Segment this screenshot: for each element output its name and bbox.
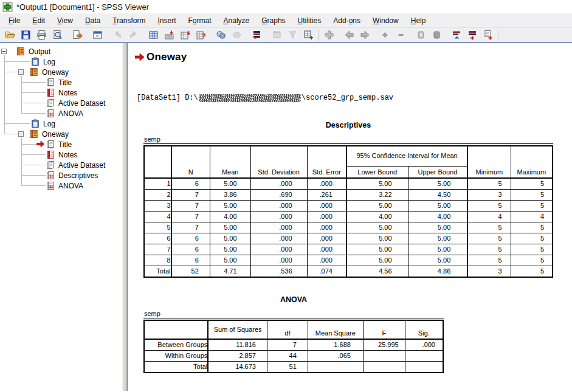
outline-item-notes-2[interactable]: Notes [0,150,122,160]
outline-item-log-2[interactable]: Log [0,119,122,129]
print-icon[interactable] [33,29,49,41]
menu-edit[interactable]: Edit [26,15,51,27]
menu-view[interactable]: View [51,15,79,27]
recall-dialogs-icon[interactable] [89,29,105,41]
anova-table[interactable]: Sum of Squares df Mean Square F Sig. Bet… [143,320,444,373]
oneway-book-icon [29,129,39,139]
menu-graphs[interactable]: Graphs [255,15,291,27]
outline-item-anova-1[interactable]: ANOVA [0,108,122,119]
outline-pane: Output Log Oneway Title Notes Active Dat… [0,43,122,391]
window-title: *Output1 [Document1] - SPSS Viewer [16,2,149,12]
anova-section: ANOVA semp Sum of Squares df Mean Square… [143,295,444,373]
descriptives-section: Descriptives semp N Mean Std. Deviation … [143,121,553,278]
active-dataset-icon [46,98,55,108]
menu-bar: File Edit View Data Transform Insert For… [0,13,572,28]
oneway-book-icon [29,67,39,77]
variables-icon[interactable] [193,29,208,41]
menu-file[interactable]: File [2,15,26,27]
descriptives-layer-label: semp [143,136,553,144]
menu-analyze[interactable]: Analyze [218,15,256,27]
outline-item-anova-2[interactable]: ANOVA [0,181,122,191]
goto-case-icon[interactable] [161,29,177,41]
insert-text-icon[interactable] [480,29,496,41]
menu-addons[interactable]: Add-ons [327,15,367,27]
redo-icon[interactable] [125,29,141,41]
redacted-path-scribble [199,94,301,102]
menu-transform[interactable]: Transform [106,15,151,27]
outline-item-title-1[interactable]: Title [0,77,122,88]
menu-utilities[interactable]: Utilities [292,15,328,27]
outline-item-notes-1[interactable]: Notes [0,88,122,98]
title-page-icon [46,78,55,87]
insert-heading-icon[interactable] [449,29,464,41]
insert-cases-icon[interactable] [300,29,316,41]
output-book-icon [16,47,26,56]
print-preview-icon[interactable] [49,29,65,41]
title-bar: *Output1 [Document1] - SPSS Viewer [0,0,572,13]
notes-icon [46,150,55,159]
collapse-expander[interactable] [18,131,24,137]
descriptives-table[interactable]: N Mean Std. Deviation Std. Error 95% Con… [143,145,553,278]
outline-item-descriptives[interactable]: Descriptives [0,170,122,181]
current-item-arrow-icon [36,141,44,147]
pivot-table-icon [46,181,55,190]
open-icon[interactable] [2,29,18,41]
pivot-table-icon [46,109,55,118]
designated-window-icon[interactable] [269,29,284,41]
find-next-icon[interactable] [229,29,244,41]
menu-help[interactable]: Help [405,15,432,27]
pivot-table-icon [46,171,55,180]
spss-viewer-app-icon [2,2,13,12]
demote-outline-icon[interactable] [357,29,373,41]
find-icon[interactable] [213,29,229,41]
anova-layer-label: semp [143,310,444,318]
goto-data-icon[interactable] [145,29,161,41]
goto-designated-icon[interactable] [321,29,337,41]
descriptives-title: Descriptives [143,121,553,129]
output-content-pane: Oneway [DataSet1] D:\\score52_grp_semp.s… [127,43,572,391]
current-item-arrow-icon [135,53,144,61]
export-icon[interactable] [69,29,85,41]
menu-insert[interactable]: Insert [151,15,182,27]
expand-outline-icon[interactable] [377,29,393,41]
outline-item-active-dataset-2[interactable]: Active Dataset [0,160,122,170]
anova-title: ANOVA [143,295,444,304]
outline-item-active-dataset-1[interactable]: Active Dataset [0,98,122,108]
outline-item-log-1[interactable]: Log [0,57,122,67]
undo-icon[interactable] [109,29,125,41]
menu-window[interactable]: Window [367,15,405,27]
toolbar-separator [498,30,499,41]
outline-item-output[interactable]: Output [0,46,122,57]
save-icon[interactable] [18,29,33,41]
output-heading: Oneway [146,51,187,63]
outline-item-oneway-1[interactable]: Oneway [0,67,122,77]
outline-item-title-2-current[interactable]: Title [0,139,122,150]
pane-splitter[interactable] [122,43,127,391]
toolbar-separator [318,30,319,41]
toolbar [0,28,572,43]
log-icon [30,119,40,128]
menu-format[interactable]: Format [182,15,218,27]
select-last-output-icon[interactable] [249,29,264,41]
use-sets-icon[interactable] [284,29,300,41]
collapse-expander[interactable] [1,49,7,54]
show-outline-icon[interactable] [413,29,429,41]
goto-variable-icon[interactable] [177,29,193,41]
active-dataset-icon [46,160,55,170]
collapse-outline-icon[interactable] [393,29,408,41]
dataset-log-line: [DataSet1] D:\\score52_grp_semp.sav [137,94,572,102]
outline-item-oneway-2[interactable]: Oneway [0,129,122,139]
menu-data[interactable]: Data [79,15,106,27]
insert-title-icon[interactable] [464,29,480,41]
log-icon [30,57,40,66]
title-page-icon [46,140,55,149]
collapse-expander[interactable] [18,69,24,75]
notes-icon [46,88,55,97]
promote-outline-icon[interactable] [341,29,357,41]
hide-outline-icon[interactable] [429,29,444,41]
